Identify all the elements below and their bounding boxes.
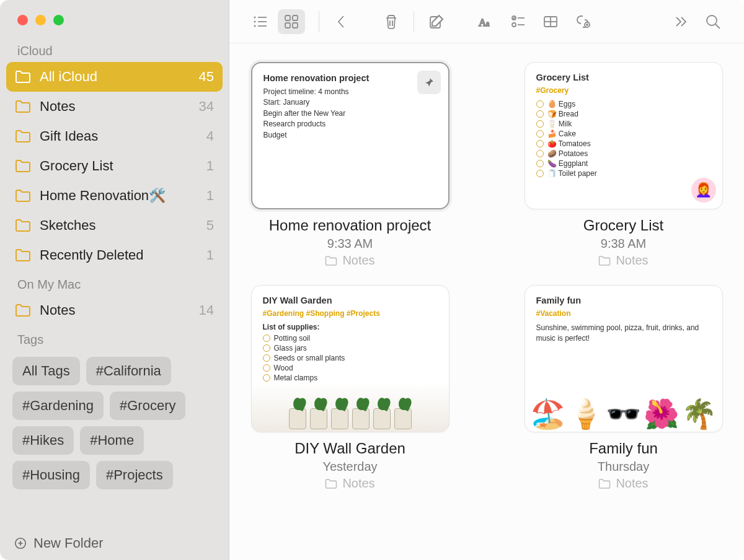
checklist-item-label: 🥚 Eggs (547, 100, 576, 108)
toolbar-separator (414, 11, 414, 32)
checkbox-icon (263, 364, 270, 372)
new-folder-button[interactable]: New Folder (14, 535, 103, 551)
sidebar-folder-item[interactable]: All iCloud45 (6, 62, 223, 92)
checkbox-icon (263, 374, 270, 382)
gallery-view-button[interactable] (278, 9, 305, 34)
search-button[interactable] (699, 9, 727, 34)
link-button[interactable] (569, 9, 596, 34)
note-title: Grocery List (583, 217, 663, 234)
compose-icon (427, 12, 446, 31)
format-button[interactable]: Aa (472, 9, 500, 34)
checkbox-icon (263, 344, 270, 352)
sidebar: iCloudAll iCloud45Notes34Gift Ideas4Groc… (0, 0, 229, 560)
note-card-hashtags: #Gardening #Shopping #Projects (263, 309, 438, 318)
checkbox-icon (536, 130, 544, 138)
delete-button[interactable] (378, 9, 405, 34)
note-card[interactable]: DIY Wall Garden#Gardening #Shopping #Pro… (251, 285, 450, 432)
folder-icon (15, 129, 31, 143)
note-card-body: Project timeline: 4 monthsStart: January… (264, 87, 437, 141)
note-location-label: Notes (342, 476, 374, 491)
grid-icon (282, 12, 301, 31)
sidebar-folder-item[interactable]: Notes34 (6, 92, 223, 121)
note-card-body: Sunshine, swimming pool, pizza, fruit, d… (536, 323, 711, 344)
sidebar-folder-item[interactable]: Grocery List1 (6, 151, 223, 181)
table-button[interactable] (537, 9, 564, 34)
note-location: Notes (325, 476, 374, 491)
checklist-button[interactable] (505, 9, 532, 34)
folder-count: 1 (206, 158, 214, 174)
svg-point-7 (254, 25, 256, 27)
folder-small-icon (325, 255, 337, 266)
list-view-button[interactable] (247, 9, 274, 34)
checkbox-icon (536, 160, 544, 167)
folder-list: Notes14 (0, 295, 229, 325)
more-button[interactable] (667, 9, 694, 34)
sidebar-folder-item[interactable]: Notes14 (6, 295, 223, 325)
note-card-checklist: Potting soilGlass jarsSeeds or small pla… (263, 334, 438, 382)
checklist-item-label: Seeds or small plants (274, 354, 345, 362)
tag-chip[interactable]: All Tags (12, 357, 80, 385)
note-location: Notes (325, 253, 374, 268)
minimize-window-button[interactable] (35, 15, 46, 25)
note-card-title: Grocery List (536, 72, 711, 82)
note-card-subhead: List of supplies: (263, 323, 438, 331)
sidebar-folder-item[interactable]: Recently Deleted1 (6, 240, 223, 270)
note-location: Notes (598, 253, 648, 268)
folder-name: All iCloud (40, 69, 199, 85)
folder-count: 5 (206, 217, 214, 234)
tag-chip[interactable]: #Hikes (12, 426, 74, 455)
tag-chip[interactable]: #California (86, 357, 171, 385)
note-tile[interactable]: Home renovation projectProject timeline:… (250, 62, 450, 268)
note-card-checklist: 🥚 Eggs🍞 Bread🥛 Milk🍰 Cake🍅 Tomatoes🥔 Pot… (536, 100, 711, 178)
note-card[interactable]: Home renovation projectProject timeline:… (251, 62, 450, 209)
note-title: Home renovation project (269, 217, 431, 234)
note-location: Notes (598, 476, 648, 491)
svg-rect-10 (293, 15, 298, 20)
note-tile[interactable]: Grocery List#Grocery🥚 Eggs🍞 Bread🥛 Milk🍰… (524, 62, 723, 268)
checkbox-icon (263, 335, 270, 342)
folder-count: 1 (206, 247, 214, 263)
note-tile[interactable]: DIY Wall Garden#Gardening #Shopping #Pro… (250, 285, 450, 491)
toolbar: Aa (229, 0, 744, 43)
note-tile[interactable]: Family fun#VacationSunshine, swimming po… (524, 285, 723, 491)
checklist-item-label: 🥛 Milk (547, 120, 572, 128)
note-card[interactable]: Grocery List#Grocery🥚 Eggs🍞 Bread🥛 Milk🍰… (525, 62, 723, 209)
folder-count: 45 (199, 69, 214, 85)
tags-list: All Tags#California#Gardening#Grocery#Hi… (0, 351, 229, 489)
note-card-title: Family fun (536, 295, 711, 305)
checklist-item-label: 🍞 Bread (547, 110, 578, 118)
pin-icon (423, 77, 435, 88)
folder-name: Gift Ideas (40, 128, 206, 144)
plus-circle-icon (14, 536, 27, 550)
tag-chip[interactable]: #Projects (96, 461, 173, 489)
tag-chip[interactable]: #Housing (12, 461, 90, 489)
note-title: DIY Wall Garden (294, 440, 405, 457)
checklist-item-label: Potting soil (274, 334, 311, 343)
chevron-double-right-icon (671, 12, 690, 31)
sidebar-folder-item[interactable]: Home Renovation🛠️1 (6, 181, 223, 211)
note-location-label: Notes (616, 253, 648, 268)
tag-chip[interactable]: #Home (80, 426, 144, 455)
note-card[interactable]: Family fun#VacationSunshine, swimming po… (525, 285, 723, 432)
note-card-title: Home renovation project (264, 73, 437, 83)
sidebar-folder-item[interactable]: Gift Ideas4 (6, 121, 223, 151)
maximize-window-button[interactable] (53, 15, 64, 25)
folder-small-icon (325, 478, 337, 489)
folder-icon (15, 159, 31, 173)
note-time: Thursday (598, 460, 649, 474)
folder-icon (15, 189, 31, 203)
compose-button[interactable] (423, 9, 450, 34)
tag-chip[interactable]: #Gardening (12, 392, 104, 420)
close-window-button[interactable] (17, 15, 28, 25)
chevron-left-icon (332, 12, 351, 31)
sidebar-folder-item[interactable]: Sketches5 (6, 211, 223, 240)
shared-avatar: 👩‍🦰 (691, 178, 716, 203)
checklist-item-label: 🍰 Cake (547, 129, 576, 138)
back-button[interactable] (328, 9, 355, 34)
folder-small-icon (598, 255, 611, 266)
tag-chip[interactable]: #Grocery (110, 392, 185, 420)
svg-rect-9 (285, 15, 290, 20)
card-artwork (252, 382, 449, 432)
main-pane: Aa Home renovation projectProject timeli… (229, 0, 744, 560)
note-card-hashtags: #Grocery (536, 86, 711, 95)
